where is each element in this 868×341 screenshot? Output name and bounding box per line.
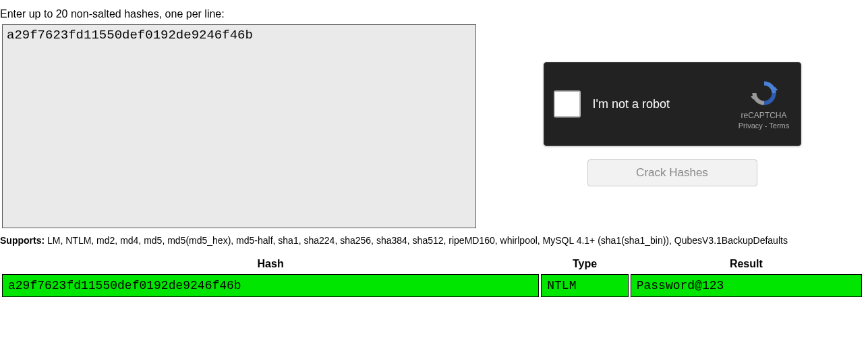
supports-list: LM, NTLM, md2, md4, md5, md5(md5_hex), m… bbox=[45, 235, 788, 246]
column-header-type: Type bbox=[541, 254, 628, 274]
crack-hashes-button[interactable]: Crack Hashes bbox=[587, 159, 757, 186]
column-header-result: Result bbox=[631, 254, 862, 274]
cell-type: NTLM bbox=[541, 274, 628, 297]
recaptcha-brand-text: reCAPTCHA bbox=[741, 111, 786, 120]
instruction-text: Enter up to 20 non-salted hashes, one pe… bbox=[0, 8, 868, 20]
supports-label: Supports: bbox=[0, 235, 45, 246]
recaptcha-checkbox[interactable] bbox=[554, 90, 581, 117]
results-table: Hash Type Result a29f7623fd11550def0192d… bbox=[0, 254, 864, 297]
supports-line: Supports: LM, NTLM, md2, md4, md5, md5(m… bbox=[0, 235, 868, 246]
recaptcha-logo-icon bbox=[749, 78, 779, 108]
cell-hash: a29f7623fd11550def0192de9246f46b bbox=[2, 274, 539, 297]
column-header-hash: Hash bbox=[2, 254, 539, 274]
recaptcha-widget: I'm not a robot reCAPTCHA Privacy - Term… bbox=[544, 62, 801, 146]
hash-input[interactable] bbox=[2, 24, 476, 228]
table-row: a29f7623fd11550def0192de9246f46b NTLM Pa… bbox=[2, 274, 862, 297]
recaptcha-privacy-terms[interactable]: Privacy - Terms bbox=[739, 122, 790, 130]
cell-result: Password@123 bbox=[631, 274, 862, 297]
recaptcha-label: I'm not a robot bbox=[593, 97, 737, 111]
